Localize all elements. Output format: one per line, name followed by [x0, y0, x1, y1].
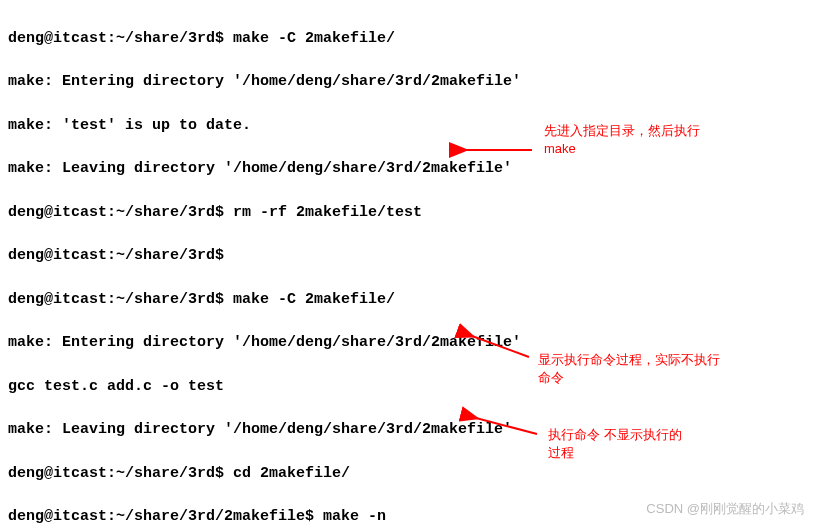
- arrow-icon: [457, 140, 537, 168]
- arrow-icon: [466, 332, 534, 370]
- annotation-text: 执行命令 不显示执行的 过程: [548, 426, 682, 462]
- arrow-icon: [470, 414, 542, 452]
- annotation-line: 过程: [548, 445, 574, 460]
- terminal-line: make: Entering directory '/home/deng/sha…: [8, 71, 806, 93]
- annotation-text: 先进入指定目录，然后执行 make: [544, 122, 700, 158]
- annotation-line: 先进入指定目录，然后执行: [544, 123, 700, 138]
- terminal-line: deng@itcast:~/share/3rd$ make -C 2makefi…: [8, 289, 806, 311]
- svg-line-5: [476, 418, 537, 434]
- svg-line-3: [472, 336, 529, 357]
- annotation-line: 执行命令 不显示执行的: [548, 427, 682, 442]
- watermark-text: CSDN @刚刚觉醒的小菜鸡: [646, 500, 804, 519]
- annotation-line: make: [544, 141, 576, 156]
- annotation-text: 显示执行命令过程，实际不执行 命令: [538, 351, 720, 387]
- terminal-line: deng@itcast:~/share/3rd$ cd 2makefile/: [8, 463, 806, 485]
- annotation-line: 显示执行命令过程，实际不执行: [538, 352, 720, 367]
- annotation-line: 命令: [538, 370, 564, 385]
- terminal-line: deng@itcast:~/share/3rd$: [8, 245, 806, 267]
- terminal-line: make: Leaving directory '/home/deng/shar…: [8, 158, 806, 180]
- terminal-output: deng@itcast:~/share/3rd$ make -C 2makefi…: [0, 0, 814, 525]
- terminal-line: make: Leaving directory '/home/deng/shar…: [8, 419, 806, 441]
- terminal-line: deng@itcast:~/share/3rd$ make -C 2makefi…: [8, 28, 806, 50]
- terminal-line: deng@itcast:~/share/3rd$ rm -rf 2makefil…: [8, 202, 806, 224]
